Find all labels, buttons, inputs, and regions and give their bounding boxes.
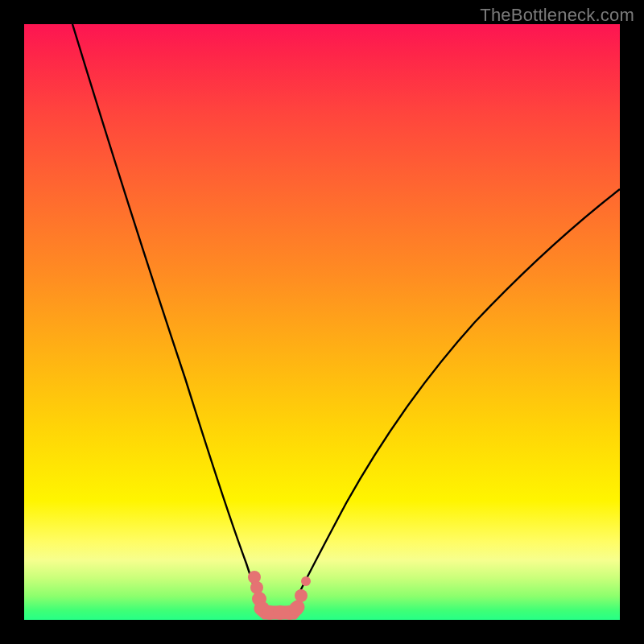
plot-area [24,24,620,620]
chart-frame: TheBottleneck.com [0,0,644,644]
curve-layer [24,24,620,620]
dot [295,589,308,602]
valley-dots [248,571,311,620]
dot [289,601,303,616]
left-curve [72,24,259,604]
dot [301,576,311,586]
watermark-text: TheBottleneck.com [480,5,634,26]
right-curve [299,189,620,592]
